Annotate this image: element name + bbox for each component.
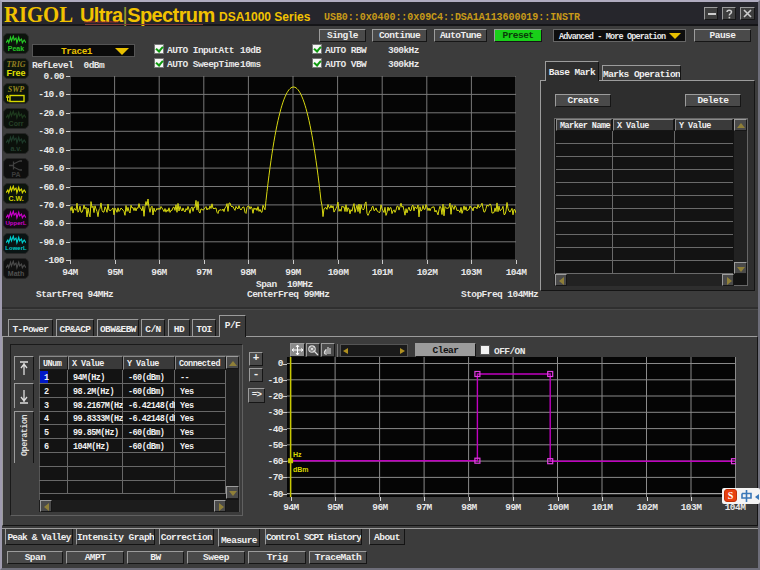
svg-text:Hz: Hz — [293, 451, 302, 458]
svg-text:dBm: dBm — [293, 466, 309, 473]
